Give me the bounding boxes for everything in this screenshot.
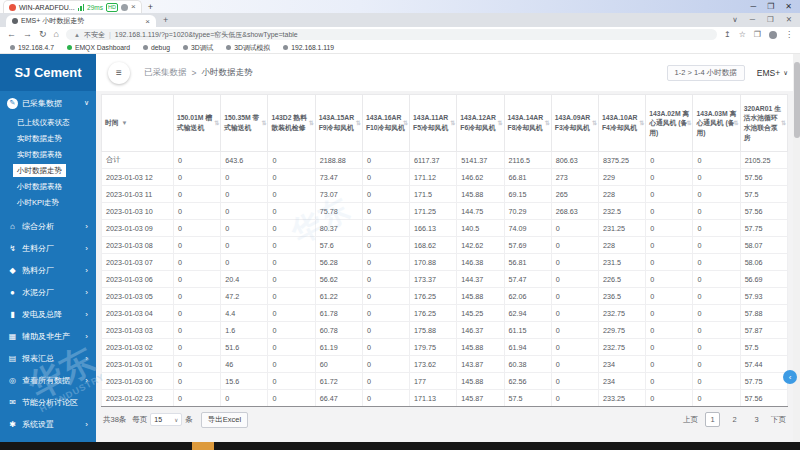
sort-icon[interactable]: ⇅ (356, 119, 361, 127)
cell-value: 0 (362, 373, 409, 390)
column-header[interactable]: 143A.12AR F6冷却风机⇅ (457, 95, 504, 152)
forward-icon[interactable]: → (23, 30, 32, 39)
page-number-button[interactable]: 3 (749, 412, 764, 427)
column-header[interactable]: 143A.02M 离心通风机 (备用)⇅ (646, 95, 693, 152)
column-header[interactable]: 143D2 熟料散装机检修⇅ (268, 95, 315, 152)
page-scrollbar[interactable] (793, 54, 800, 442)
sidebar-subitem[interactable]: 实时数据走势 (0, 131, 96, 147)
browser-maximize-icon[interactable]: ❐ (767, 15, 774, 24)
column-header[interactable]: 150.01M 槽式输送机⇅ (174, 95, 221, 152)
page-number-button[interactable]: 2 (727, 412, 742, 427)
sidebar-item[interactable]: ⌂综合分析› (0, 215, 96, 237)
sidebar-item[interactable]: ◆熟料分厂› (0, 259, 96, 281)
scrollbar-thumb[interactable] (794, 62, 800, 138)
sidebar-item[interactable]: ▦辅助及非生产› (0, 325, 96, 347)
close-session-icon[interactable]: × (131, 3, 136, 11)
sort-icon[interactable]: ⇅ (592, 119, 597, 127)
browser-tab[interactable]: EMS+ 小时数据走势 × (6, 15, 156, 27)
bookmark-item[interactable]: 3D调试 (183, 43, 213, 53)
bookmark-item[interactable]: debug (143, 44, 170, 51)
next-page-button[interactable]: 下页 (771, 412, 786, 427)
sort-icon[interactable]: ⇅ (686, 119, 691, 127)
sort-icon[interactable]: ⇅ (498, 119, 503, 127)
sort-icon[interactable]: ⇅ (545, 119, 550, 127)
cell-value: 4.4 (221, 305, 268, 322)
sidebar-item[interactable]: ●水泥分厂› (0, 281, 96, 303)
prev-page-button[interactable]: 上页 (683, 412, 698, 427)
sort-icon[interactable]: ⇅ (214, 119, 219, 127)
range-selector[interactable]: 1-2 > 1-4 小时数据 (667, 65, 745, 81)
sort-icon[interactable]: ⇅ (309, 119, 314, 127)
side-panel-icon[interactable]: ❐ (754, 30, 761, 39)
sidebar-item[interactable]: ✉节能分析讨论区 (0, 391, 96, 413)
cell-value: 74.09 (504, 220, 551, 237)
tab-close-icon[interactable]: × (145, 17, 150, 26)
table-row: 2023-01-03 0700056.280170.88146.3856.810… (102, 254, 788, 271)
collapse-panel-handle[interactable]: ‹ (783, 370, 797, 384)
chevron-right-icon: › (85, 266, 88, 275)
sidebar-toggle-button[interactable]: ≡ (108, 62, 130, 84)
column-header[interactable]: 143A.03M 离心通风机 (备用)⇅ (693, 95, 740, 152)
sort-icon[interactable]: ⇅ (734, 119, 739, 127)
home-icon[interactable]: ⌂ (54, 30, 59, 39)
sidebar-subitem[interactable]: 小时数据表格 (0, 179, 96, 195)
browser-minimize-icon[interactable]: ─ (750, 15, 755, 24)
sidebar-subitem[interactable]: 小时数据走势 (13, 164, 66, 177)
column-header[interactable]: 143A.16AR F10冷却风机⇅ (362, 95, 409, 152)
back-icon[interactable]: ← (7, 30, 16, 39)
url-field[interactable]: ▲ 不安全 | 192.168.1.119/?p=1020&typee=窑头低压… (66, 29, 717, 40)
sidebar-item[interactable]: ✱系统设置› (0, 413, 96, 435)
bookmark-label: debug (151, 44, 170, 51)
cell-value: 0 (551, 322, 598, 339)
window-minimize-icon[interactable]: ─ (750, 2, 756, 11)
profile-avatar[interactable] (769, 31, 777, 39)
column-header[interactable]: 143A.15AR F9冷却风机⇅ (315, 95, 362, 152)
bookmark-item[interactable]: 192.168.4.7 (10, 44, 54, 51)
sidebar-group-collected-data[interactable]: ✎ 已采集数据 ∨ (0, 93, 96, 113)
remote-session-tab[interactable]: WIN-ARADFDU... 29ms HD × (3, 0, 142, 13)
sort-icon[interactable]: ⇅ (261, 119, 266, 127)
sort-icon[interactable]: ⇅ (403, 119, 408, 127)
chevron-down-icon: ∨ (174, 417, 178, 423)
bookmark-item[interactable]: 192.168.1.119 (283, 44, 334, 51)
sidebar-item[interactable]: ▮发电及总降› (0, 303, 96, 325)
taskbar-active-app-indicator[interactable] (192, 442, 214, 450)
bookmark-item[interactable]: 3D调试模拟 (226, 43, 270, 53)
sidebar-item[interactable]: ↯生料分厂› (0, 237, 96, 259)
column-header[interactable]: 320AR01 生活水池循环水池联合泵房⇅ (740, 95, 787, 152)
sidebar-subitem[interactable]: 已上线仪表状态 (0, 115, 96, 131)
new-session-button[interactable]: + (148, 2, 153, 12)
export-excel-button[interactable]: 导出Excel (201, 412, 248, 428)
sort-icon[interactable]: ▼ (121, 120, 127, 126)
column-header[interactable]: 150.35M 带式输送机⇅ (221, 95, 268, 152)
column-header[interactable]: 143A.09AR F3冷却风机⇅ (551, 95, 598, 152)
page-number-button[interactable]: 1 (705, 412, 720, 427)
bookmark-star-icon[interactable]: ☆ (739, 30, 746, 39)
browser-close-icon[interactable]: ✕ (786, 15, 792, 24)
breadcrumb-parent[interactable]: 已采集数据 (144, 67, 187, 79)
chevron-right-icon: › (85, 222, 88, 231)
sidebar-item[interactable]: ◎查看所有数据› (0, 369, 96, 391)
sort-icon[interactable]: ⇅ (639, 119, 644, 127)
window-maximize-icon[interactable]: ❐ (767, 2, 774, 11)
sidebar-item[interactable]: ▤报表汇总› (0, 347, 96, 369)
sort-icon[interactable]: ⇅ (781, 119, 786, 127)
tab-search-icon[interactable]: ∨ (732, 15, 738, 24)
browser-menu-icon[interactable]: ⋮ (785, 30, 793, 39)
app-switcher-dropdown[interactable]: EMS+ ∨ (757, 68, 788, 78)
share-icon[interactable]: ↥ (724, 30, 731, 39)
column-header[interactable]: 143A.14AR F8冷却风机⇅ (504, 95, 551, 152)
column-header-time[interactable]: 时间 ▼ (102, 95, 174, 152)
bookmark-item[interactable]: EMQX Dashboard (67, 44, 130, 51)
per-page-select[interactable]: 15 ∨ (150, 413, 182, 426)
cell-value: 0 (551, 254, 598, 271)
column-header[interactable]: 143A.10AR F4冷却风机⇅ (598, 95, 645, 152)
sidebar-subitem[interactable]: 小时KPI走势 (0, 195, 96, 211)
new-tab-button[interactable]: + (163, 15, 168, 25)
window-close-icon[interactable]: ✕ (785, 2, 792, 11)
sidebar-subitem[interactable]: 实时数据表格 (0, 147, 96, 163)
column-header[interactable]: 143A.11AR F5冷却风机⇅ (410, 95, 457, 152)
table-row: 2023-01-03 0404.4061.780176.25145.2562.9… (102, 305, 788, 322)
sort-icon[interactable]: ⇅ (450, 119, 455, 127)
reload-icon[interactable]: ↻ (39, 30, 47, 39)
